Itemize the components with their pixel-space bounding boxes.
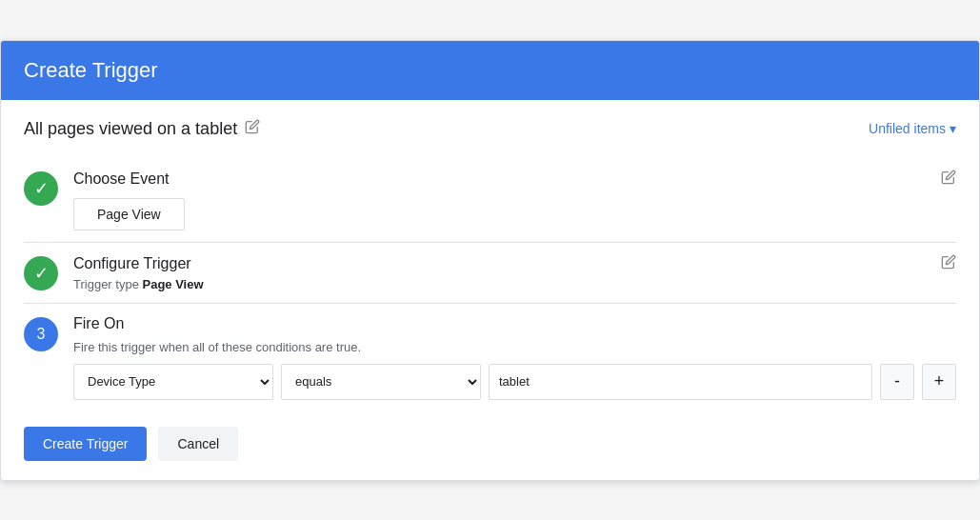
step2-header: Configure Trigger (73, 254, 956, 273)
page-title-edit-icon[interactable] (245, 119, 260, 138)
step2-check-icon: ✓ (24, 256, 58, 290)
dialog-footer: Create Trigger Cancel (1, 411, 979, 480)
dialog-header: Create Trigger (1, 41, 979, 100)
checkmark-icon-2: ✓ (34, 263, 49, 284)
step-configure-trigger: ✓ Configure Trigger Trigger type Pa (24, 243, 956, 304)
add-condition-button[interactable]: + (922, 364, 956, 400)
create-trigger-button[interactable]: Create Trigger (24, 427, 147, 461)
step-fire-on: 3 Fire On Fire this trigger when all of … (24, 304, 956, 411)
step1-content: Choose Event Page View (73, 170, 956, 230)
title-row: All pages viewed on a tablet Unfiled ite… (24, 119, 956, 139)
step2-subtitle: Trigger type Page View (73, 277, 956, 291)
unfiled-dropdown[interactable]: Unfiled items ▾ (869, 121, 956, 136)
step-choose-event: ✓ Choose Event Page View (24, 158, 956, 243)
step2-title: Configure Trigger (73, 255, 191, 272)
fire-on-section: Fire this trigger when all of these cond… (73, 340, 956, 400)
step1-edit-icon[interactable] (941, 170, 956, 189)
step1-check-icon: ✓ (24, 171, 58, 206)
fire-on-description: Fire this trigger when all of these cond… (73, 340, 956, 354)
page-title: All pages viewed on a tablet (24, 119, 237, 139)
create-trigger-dialog: Create Trigger All pages viewed on a tab… (0, 40, 980, 481)
step3-content: Fire On Fire this trigger when all of th… (73, 315, 956, 400)
cancel-button[interactable]: Cancel (158, 427, 238, 461)
unfiled-label: Unfiled items (869, 121, 946, 136)
condition-field-select[interactable]: Device Type (73, 364, 273, 400)
page-view-button[interactable]: Page View (73, 198, 185, 230)
step3-header: Fire On (73, 315, 956, 332)
remove-condition-button[interactable]: - (880, 364, 914, 400)
step3-number-icon: 3 (24, 317, 58, 351)
condition-operator-select[interactable]: equals (281, 364, 481, 400)
dialog-body: All pages viewed on a tablet Unfiled ite… (1, 100, 979, 411)
condition-value-input[interactable] (489, 364, 872, 400)
condition-row: Device Type equals - + (73, 364, 956, 400)
step3-title: Fire On (73, 315, 124, 332)
step1-header: Choose Event (73, 170, 956, 189)
title-row-left: All pages viewed on a tablet (24, 119, 260, 139)
step3-number: 3 (37, 326, 46, 343)
subtitle-prefix: Trigger type (73, 277, 143, 291)
checkmark-icon: ✓ (34, 178, 49, 199)
subtitle-value: Page View (143, 277, 204, 291)
step2-content: Configure Trigger Trigger type Page View (73, 254, 956, 291)
step2-edit-icon[interactable] (941, 254, 956, 273)
step1-title: Choose Event (73, 170, 170, 188)
dialog-title: Create Trigger (24, 58, 158, 82)
chevron-down-icon: ▾ (950, 121, 956, 136)
steps-container: ✓ Choose Event Page View (24, 158, 956, 411)
